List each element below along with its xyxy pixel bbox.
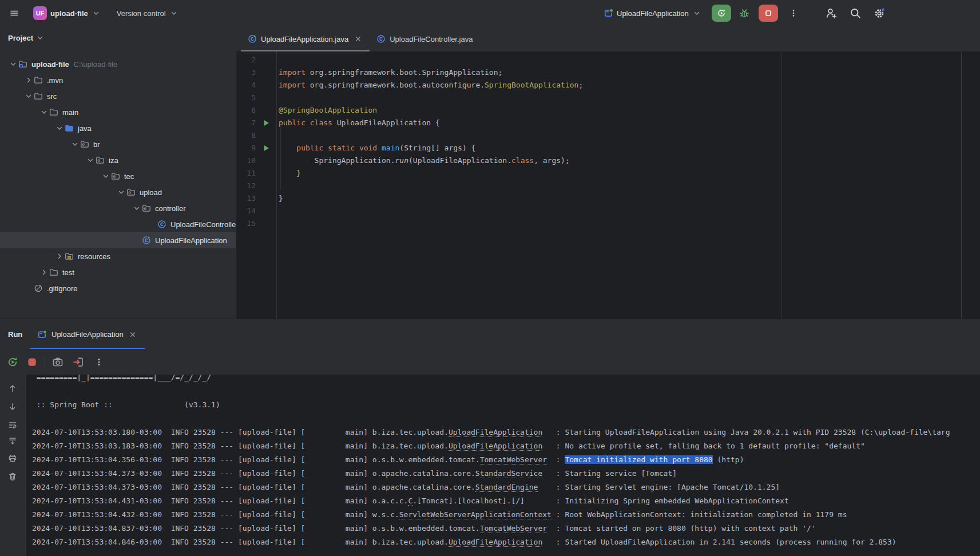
chevron-down-icon[interactable] xyxy=(116,188,126,197)
close-icon[interactable] xyxy=(354,34,363,43)
prev-occurrence-button[interactable] xyxy=(7,383,18,394)
chevron-down-icon[interactable] xyxy=(70,140,80,149)
clear-all-button[interactable] xyxy=(7,471,18,482)
class-run-icon: C xyxy=(142,236,151,245)
chevron-down-icon[interactable] xyxy=(85,156,96,165)
scroll-to-end-button[interactable] xyxy=(7,436,18,446)
console-class-link[interactable]: StandardService xyxy=(475,469,542,478)
soft-wrap-button[interactable] xyxy=(7,420,18,430)
console-class-link[interactable]: UploadFileApplication xyxy=(449,538,542,547)
chevron-right-icon[interactable] xyxy=(23,76,34,85)
package-icon xyxy=(80,140,89,149)
project-widget-button[interactable]: UF upload-file xyxy=(29,5,105,22)
tree-item-upload[interactable]: upload xyxy=(0,184,236,200)
chevron-right-icon[interactable] xyxy=(39,268,49,277)
chevron-down-icon[interactable] xyxy=(23,92,34,101)
toolbar-separator xyxy=(45,356,45,368)
tree-item-uploadfilecontroller[interactable]: CUploadFileController xyxy=(0,216,236,232)
rerun-icon xyxy=(717,9,726,18)
project-panel-header[interactable]: Project xyxy=(0,26,236,49)
run-button[interactable] xyxy=(712,5,731,22)
kebab-icon xyxy=(789,9,798,18)
right-margin-guide xyxy=(781,51,782,319)
tree-item-label: tec xyxy=(124,172,134,181)
tree-item-label: resources xyxy=(78,252,110,261)
main-toolbar: UF upload-file Version control UploadFil… xyxy=(0,0,980,27)
chevron-down-icon[interactable] xyxy=(54,124,65,133)
tree-item-java[interactable]: java xyxy=(0,120,236,136)
run-line-gutter-icon[interactable] xyxy=(261,118,271,128)
more-actions-button[interactable] xyxy=(786,5,801,22)
folder-icon xyxy=(34,76,43,85)
version-control-label: Version control xyxy=(117,9,166,18)
exit-button[interactable] xyxy=(70,354,86,370)
app-window-icon xyxy=(604,9,613,18)
thread-dump-button[interactable] xyxy=(50,354,66,370)
project-folder-icon xyxy=(18,59,27,69)
gitignore-icon xyxy=(34,284,43,293)
run-configuration-selector[interactable]: UploadFileApplication xyxy=(601,5,705,22)
main-menu-button[interactable] xyxy=(7,5,22,22)
tree-item-label: upload xyxy=(140,188,162,197)
tree-item-main[interactable]: main xyxy=(0,104,236,120)
chevron-down-icon[interactable] xyxy=(101,172,111,181)
editor-body[interactable]: 2 3 4 5 6 7 8 9 10 11 12 13 14 15 import… xyxy=(236,51,980,319)
chevron-right-icon[interactable] xyxy=(54,252,65,261)
settings-button[interactable] xyxy=(872,5,887,22)
version-control-button[interactable]: Version control xyxy=(112,5,183,22)
soft-wrap-icon xyxy=(8,420,17,430)
stop-button[interactable] xyxy=(759,5,778,22)
console-class-link[interactable]: TomcatWebServer xyxy=(480,524,547,533)
tree-item--mvn[interactable]: .mvn xyxy=(0,72,236,88)
editor-scrollbar-track[interactable] xyxy=(961,51,962,319)
console-class-link[interactable]: TomcatWebServer xyxy=(480,455,547,464)
stop-icon xyxy=(764,9,773,18)
line-numbers: 2 3 4 5 6 7 8 9 10 11 12 13 14 15 xyxy=(236,54,256,230)
next-occurrence-button[interactable] xyxy=(7,402,18,412)
stop-process-button[interactable] xyxy=(24,354,40,370)
close-icon[interactable] xyxy=(128,330,137,339)
run-console[interactable]: =========|_|==============|___/=/_/_/_/ … xyxy=(26,375,980,556)
print-button[interactable] xyxy=(7,453,18,463)
editor-gutter: 2 3 4 5 6 7 8 9 10 11 12 13 14 15 xyxy=(236,51,277,319)
chevron-down-icon[interactable] xyxy=(39,108,49,117)
chevron-down-icon[interactable] xyxy=(8,59,18,69)
rerun-button[interactable] xyxy=(5,354,21,370)
tree-item-uploadfileapplication[interactable]: CUploadFileApplication xyxy=(0,232,236,248)
editor-tab-bar: CUploadFileApplication.javaCUploadFileCo… xyxy=(236,26,980,52)
chevron-down-icon xyxy=(92,9,101,18)
tree-item--gitignore[interactable]: .gitignore xyxy=(0,280,236,296)
editor-tab-uploadfilecontroller-java[interactable]: CUploadFileController.java xyxy=(370,26,479,51)
folder-icon xyxy=(49,108,58,117)
code-with-me-button[interactable] xyxy=(824,5,839,22)
console-class-link[interactable]: C xyxy=(408,497,412,506)
console-class-link[interactable]: StandardEngine xyxy=(475,483,538,492)
tree-item-test[interactable]: test xyxy=(0,264,236,280)
run-line-gutter-icon[interactable] xyxy=(261,144,271,153)
tree-item-label: test xyxy=(62,268,74,277)
project-avatar: UF xyxy=(33,6,47,20)
editor-tab-uploadfileapplication-java[interactable]: CUploadFileApplication.java xyxy=(241,26,370,51)
tree-item-src[interactable]: src xyxy=(0,88,236,104)
search-everywhere-button[interactable] xyxy=(848,5,863,22)
console-class-link[interactable]: UploadFileApplication xyxy=(449,428,542,437)
class-icon: C xyxy=(157,220,166,229)
tree-item-resources[interactable]: resources xyxy=(0,248,236,264)
run-tab[interactable]: UploadFileApplication xyxy=(30,319,145,350)
tree-item-controller[interactable]: controller xyxy=(0,200,236,216)
trash-icon xyxy=(8,472,17,481)
console-selected-text: Tomcat initialized with port 8080 xyxy=(565,455,712,464)
code-editor[interactable]: import org.springframework.boot.SpringAp… xyxy=(279,54,980,230)
tree-item-br[interactable]: br xyxy=(0,136,236,152)
folder-icon xyxy=(49,268,58,277)
console-more-button[interactable] xyxy=(91,354,107,370)
console-class-link[interactable]: UploadFileApplication xyxy=(449,442,542,451)
tree-item-upload-file[interactable]: upload-fileC:\upload-file xyxy=(0,56,236,72)
code-line xyxy=(279,92,980,104)
tree-item-tec[interactable]: tec xyxy=(0,168,236,184)
console-class-link[interactable]: ServletWebServerApplicationContext xyxy=(399,510,552,519)
chevron-down-icon[interactable] xyxy=(132,204,142,213)
editor-tab-label: UploadFileApplication.java xyxy=(261,35,348,43)
tree-item-iza[interactable]: iza xyxy=(0,152,236,168)
debug-button[interactable] xyxy=(737,5,752,22)
